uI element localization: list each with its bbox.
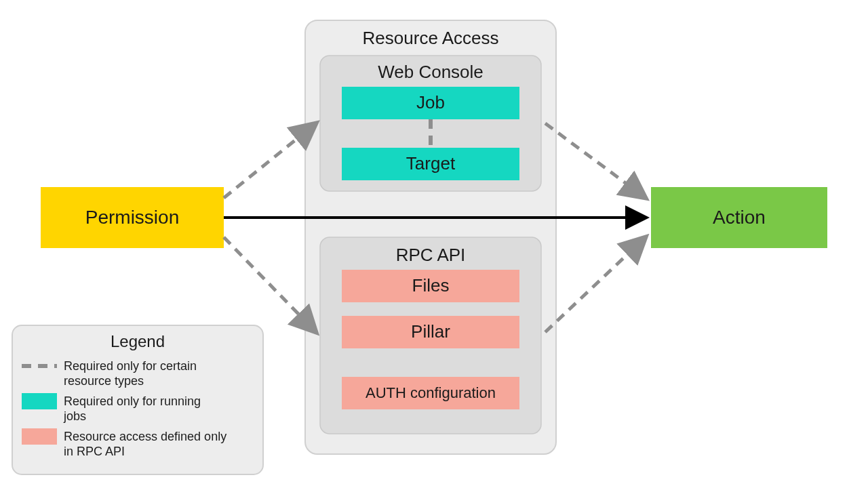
legend-item-3-line-1: Resource access defined only: [64, 430, 226, 443]
action-label: Action: [713, 207, 766, 228]
webconsole-to-action-arrow: [545, 123, 646, 198]
legend-title: Legend: [111, 332, 165, 350]
legend-item-1-line-1: Required only for certain: [64, 359, 197, 373]
permission-label: Permission: [85, 207, 179, 228]
web-console-title: Web Console: [378, 62, 484, 82]
auth-label: AUTH configuration: [366, 384, 496, 401]
legend-item-2-line-2: jobs: [63, 409, 86, 423]
legend-teal-swatch: [22, 393, 57, 409]
permission-to-rpcapi-arrow: [224, 237, 316, 332]
files-label: Files: [412, 275, 450, 296]
legend-item-1-line-2: resource types: [64, 374, 144, 388]
target-label: Target: [406, 153, 456, 174]
legend-item-2-line-1: Required only for running: [64, 394, 201, 408]
resource-access-title: Resource Access: [363, 28, 499, 48]
pillar-label: Pillar: [411, 321, 450, 342]
rpcapi-to-action-arrow: [545, 237, 646, 332]
legend-item-3-line-2: in RPC API: [64, 445, 125, 458]
diagram-canvas: Resource Access Web Console Job Target R…: [0, 0, 868, 488]
legend-salmon-swatch: [22, 428, 57, 445]
job-label: Job: [416, 92, 445, 113]
permission-to-webconsole-arrow: [224, 123, 316, 198]
rpc-api-title: RPC API: [396, 245, 466, 265]
